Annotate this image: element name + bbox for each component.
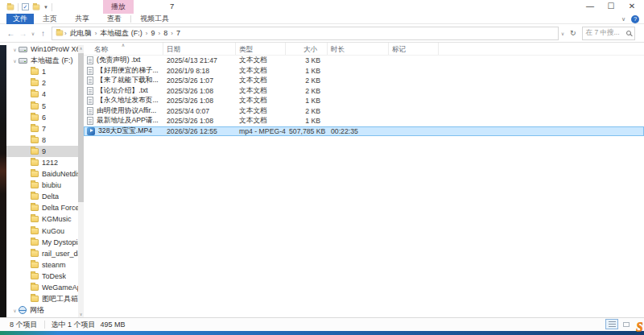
ribbon-expand-caret-icon[interactable]: ∨ xyxy=(621,16,625,23)
folder-icon xyxy=(31,148,39,155)
search-input[interactable]: 在 7 中搜... xyxy=(582,27,635,40)
sidebar-item-3[interactable]: 2 xyxy=(6,77,78,89)
minimize-button[interactable]: — xyxy=(580,0,601,13)
file-row-7[interactable]: 328大D宝宝.MP4 2026/3/26 12:55 mp4 - MPEG-4… xyxy=(84,126,644,137)
qat-dropdown-caret-icon[interactable]: ▼ xyxy=(43,5,48,10)
sidebar-item-15[interactable]: KGMusic xyxy=(6,213,78,225)
sidebar-item-20[interactable]: ToDesk xyxy=(6,271,78,282)
sidebar-scrollbar[interactable]: ∧ ∨ xyxy=(78,45,84,317)
close-button[interactable]: ✕ xyxy=(621,0,642,13)
folder-icon xyxy=(31,91,39,97)
folder-icon xyxy=(31,114,39,121)
back-button[interactable]: ← xyxy=(5,29,17,38)
qat-separator xyxy=(52,3,52,11)
help-icon[interactable]: ? xyxy=(631,15,639,23)
sidebar-item-8[interactable]: 8 xyxy=(6,134,78,146)
sidebar-item-2[interactable]: 1 xyxy=(6,66,78,77)
sidebar-item-22[interactable]: 图吧工具箱202502 xyxy=(6,293,78,304)
up-button[interactable]: ↑ xyxy=(37,29,49,38)
text-file-icon xyxy=(87,97,93,105)
tab-0[interactable]: 主页 xyxy=(34,14,66,24)
file-row-5[interactable]: 由明使用协议Affir... 2025/3/4 0:07 文本文档 2 KB xyxy=(84,106,644,117)
text-file-icon xyxy=(87,107,93,115)
file-row-4[interactable]: 【永久地址发布页... 2025/3/26 1:08 文本文档 1 KB xyxy=(84,96,644,106)
column-header-2[interactable]: 类型 xyxy=(236,43,286,55)
breadcrumb-item-3[interactable]: 8 xyxy=(161,29,170,37)
sidebar-item-label: BaiduNetdiskDow xyxy=(42,170,78,178)
status-divider xyxy=(44,321,45,329)
thumbnails-view-button[interactable] xyxy=(620,319,633,329)
sidebar-item-16[interactable]: KuGou xyxy=(6,225,78,237)
network-icon xyxy=(19,306,27,314)
breadcrumb-item-2[interactable]: 9 xyxy=(149,29,158,37)
sidebar-item-label: KGMusic xyxy=(42,215,72,223)
sidebar-item-11[interactable]: BaiduNetdiskDow xyxy=(6,168,78,180)
file-size: 2 KB xyxy=(286,77,328,85)
file-date: 2025/4/13 21:47 xyxy=(163,56,236,64)
tab-2[interactable]: 查看 xyxy=(98,14,130,24)
sidebar-item-7[interactable]: 7 xyxy=(6,123,78,134)
thumbnails-view-icon xyxy=(623,322,630,327)
sidebar-item-10[interactable]: 1212 xyxy=(6,157,78,168)
tab-1[interactable]: 共享 xyxy=(66,14,98,24)
sidebar-item-0[interactable]: ∨ Win10ProW X64 (C xyxy=(6,43,78,55)
tab-video-tools[interactable]: 视频工具 xyxy=(131,14,178,24)
column-header-5[interactable]: 标记 xyxy=(389,43,439,55)
column-header-1[interactable]: 日期 xyxy=(163,43,236,55)
ribbon-tabs: 主页共享查看 xyxy=(34,14,130,24)
sidebar-item-1[interactable]: ∨ 本地磁盘 (F:) xyxy=(6,55,78,66)
tab-file[interactable]: 文件 xyxy=(6,14,34,24)
window-controls: — ☐ ✕ xyxy=(580,0,642,13)
new-folder-icon[interactable] xyxy=(33,4,40,10)
column-header-row: ∧ 名称日期类型大小时长标记 xyxy=(84,43,644,56)
file-date: 2026/1/9 8:18 xyxy=(163,67,236,75)
recent-locations-caret-icon[interactable]: ∨ xyxy=(29,31,37,36)
sidebar-item-4[interactable]: 4 xyxy=(6,89,78,100)
file-row-3[interactable]: 【论坛介绍】.txt 2025/3/26 1:08 文本文档 2 KB xyxy=(84,86,644,97)
file-row-1[interactable]: 【好用便宜的梯子... 2026/1/9 8:18 文本文档 1 KB xyxy=(84,66,644,77)
address-dropdown-caret-icon[interactable]: ∨ xyxy=(559,31,567,36)
refresh-icon[interactable]: ↻ xyxy=(570,29,576,37)
scrollbar-thumb[interactable] xyxy=(78,53,84,202)
column-header-4[interactable]: 时长 xyxy=(328,43,389,55)
sidebar-item-label: KuGou xyxy=(42,227,64,235)
properties-check-icon[interactable]: ✓ xyxy=(22,3,29,10)
scroll-up-icon[interactable]: ∧ xyxy=(78,46,84,51)
breadcrumb-item-0[interactable]: 此电脑 xyxy=(68,28,94,39)
file-rows: (免责声明) .txt 2025/4/13 21:47 文本文档 3 KB 【好… xyxy=(84,56,644,136)
breadcrumb-item-1[interactable]: 本地磁盘 (F:) xyxy=(97,28,145,39)
address-breadcrumb-box[interactable]: ›此电脑›本地磁盘 (F:)›9›8›7 xyxy=(52,27,559,40)
folder-icon xyxy=(31,80,39,86)
sidebar-item-21[interactable]: WeGameApps xyxy=(6,282,78,293)
file-row-0[interactable]: (免责声明) .txt 2025/4/13 21:47 文本文档 3 KB xyxy=(84,56,644,66)
item-count-label: 8 个项目 xyxy=(10,320,38,330)
sidebar-item-6[interactable]: 6 xyxy=(6,112,78,123)
sidebar-item-18[interactable]: rail_user_data xyxy=(6,248,78,259)
contextual-tab-group-play[interactable]: 播放 xyxy=(103,0,134,14)
maximize-button[interactable]: ☐ xyxy=(601,0,621,13)
expand-caret-icon[interactable]: ∨ xyxy=(11,58,19,64)
breadcrumb-item-4[interactable]: 7 xyxy=(174,29,183,37)
sidebar-item-19[interactable]: steanm xyxy=(6,259,78,271)
column-header-3[interactable]: 大小 xyxy=(286,43,328,55)
sidebar-item-5[interactable]: 5 xyxy=(6,100,78,111)
file-name: 【论坛介绍】.txt xyxy=(97,86,148,96)
sidebar-item-23[interactable]: ∨ 网络 xyxy=(6,304,78,316)
forward-button[interactable]: → xyxy=(17,29,29,38)
details-view-button[interactable] xyxy=(605,319,618,329)
folder-icon xyxy=(31,273,39,279)
expand-caret-icon[interactable]: ∨ xyxy=(11,47,19,52)
file-row-2[interactable]: 【来了就能下载和... 2025/3/26 1:07 文本文档 2 KB xyxy=(84,76,644,86)
sidebar-item-9[interactable]: 9 xyxy=(6,146,78,157)
sidebar-item-12[interactable]: biubiu xyxy=(6,180,78,191)
sidebar-item-label: ToDesk xyxy=(42,272,66,280)
expand-caret-icon[interactable]: ∨ xyxy=(11,308,19,313)
file-row-6[interactable]: 最新地址及APP请... 2025/3/26 1:08 文本文档 1 KB xyxy=(84,116,644,126)
file-size: 1 KB xyxy=(286,97,328,105)
sidebar-item-13[interactable]: Delta xyxy=(6,191,78,202)
sidebar-item-14[interactable]: Delta Force xyxy=(6,202,78,213)
folder-icon xyxy=(31,250,39,257)
sidebar-item-17[interactable]: My Dystopian Ro xyxy=(6,237,78,248)
scroll-down-icon[interactable]: ∨ xyxy=(78,312,84,316)
sidebar-item-label: 1 xyxy=(42,68,46,76)
